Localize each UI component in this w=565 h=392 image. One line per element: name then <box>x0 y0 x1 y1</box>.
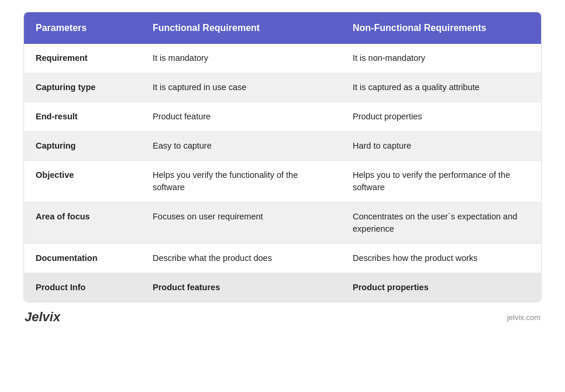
comparison-table: Parameters Functional Requirement Non-Fu… <box>23 12 542 302</box>
footer-url: jelvix.com <box>507 313 540 322</box>
row-7-col3: Product properties <box>341 273 541 302</box>
row-0-col1: Requirement <box>24 44 141 73</box>
row-3-col2: Easy to capture <box>141 132 341 160</box>
row-1-col1: Capturing type <box>24 73 141 102</box>
table-row: CapturingEasy to captureHard to capture <box>24 132 541 161</box>
row-5-col3: Concentrates on the user`s expectation a… <box>341 202 541 243</box>
table-row: Area of focusFocuses on user requirement… <box>24 202 541 244</box>
row-3-col3: Hard to capture <box>341 132 541 160</box>
header-col-parameters: Parameters <box>24 12 141 44</box>
table-row: DocumentationDescribe what the product d… <box>24 244 541 273</box>
table-row: Capturing typeIt is captured in use case… <box>24 73 541 102</box>
row-4-col2: Helps you verify the functionality of th… <box>141 161 341 202</box>
footer: Jelvix jelvix.com <box>23 310 542 325</box>
row-7-col1: Product Info <box>24 273 141 302</box>
page-wrapper: Parameters Functional Requirement Non-Fu… <box>0 0 565 392</box>
brand-logo: Jelvix <box>25 310 60 325</box>
row-2-col1: End-result <box>24 102 141 131</box>
row-2-col3: Product properties <box>341 102 541 131</box>
table-row: ObjectiveHelps you verify the functional… <box>24 161 541 202</box>
row-6-col3: Describes how the product works <box>341 244 541 273</box>
row-5-col1: Area of focus <box>24 202 141 243</box>
row-1-col2: It is captured in use case <box>141 73 341 102</box>
row-2-col2: Product feature <box>141 102 341 131</box>
header-col-functional: Functional Requirement <box>141 12 341 44</box>
table-row: Product InfoProduct featuresProduct prop… <box>24 273 541 302</box>
row-0-col3: It is non-mandatory <box>341 44 541 73</box>
row-6-col2: Describe what the product does <box>141 244 341 273</box>
row-0-col2: It is mandatory <box>141 44 341 73</box>
row-4-col1: Objective <box>24 161 141 202</box>
table-row: RequirementIt is mandatoryIt is non-mand… <box>24 44 541 73</box>
table-row: End-resultProduct featureProduct propert… <box>24 102 541 132</box>
table-body: RequirementIt is mandatoryIt is non-mand… <box>24 44 541 302</box>
row-7-col2: Product features <box>141 273 341 302</box>
row-4-col3: Helps you to verify the performance of t… <box>341 161 541 202</box>
row-1-col3: It is captured as a quality attribute <box>341 73 541 102</box>
row-6-col1: Documentation <box>24 244 141 273</box>
row-5-col2: Focuses on user requirement <box>141 202 341 243</box>
header-col-nonfunctional: Non-Functional Requirements <box>341 12 541 44</box>
table-header: Parameters Functional Requirement Non-Fu… <box>24 12 541 44</box>
row-3-col1: Capturing <box>24 132 141 160</box>
